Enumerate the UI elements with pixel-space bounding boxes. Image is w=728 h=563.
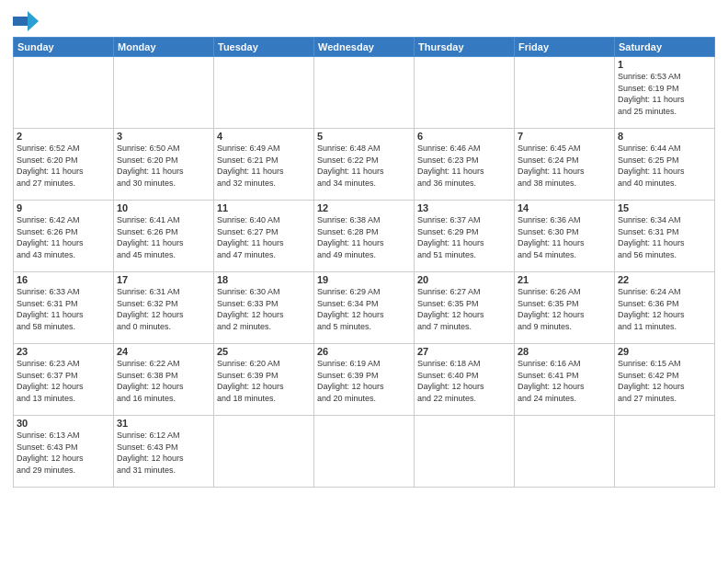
day-info: Sunrise: 6:34 AM Sunset: 6:31 PM Dayligh…: [618, 214, 711, 260]
day-info: Sunrise: 6:19 AM Sunset: 6:39 PM Dayligh…: [317, 358, 411, 404]
day-info: Sunrise: 6:15 AM Sunset: 6:42 PM Dayligh…: [618, 358, 711, 404]
calendar-cell: 28Sunrise: 6:16 AM Sunset: 6:41 PM Dayli…: [515, 344, 615, 416]
day-info: Sunrise: 6:24 AM Sunset: 6:36 PM Dayligh…: [618, 286, 711, 332]
day-info: Sunrise: 6:46 AM Sunset: 6:23 PM Dayligh…: [417, 143, 511, 189]
day-number: 6: [417, 131, 511, 142]
day-info: Sunrise: 6:33 AM Sunset: 6:31 PM Dayligh…: [17, 286, 110, 332]
day-info: Sunrise: 6:31 AM Sunset: 6:32 PM Dayligh…: [117, 286, 210, 332]
calendar-cell: 17Sunrise: 6:31 AM Sunset: 6:32 PM Dayli…: [114, 272, 214, 344]
calendar-cell: 14Sunrise: 6:36 AM Sunset: 6:30 PM Dayli…: [515, 201, 615, 272]
day-number: 7: [518, 131, 611, 142]
day-info: Sunrise: 6:49 AM Sunset: 6:21 PM Dayligh…: [217, 143, 311, 189]
day-info: Sunrise: 6:48 AM Sunset: 6:22 PM Dayligh…: [317, 143, 411, 189]
calendar-cell: 13Sunrise: 6:37 AM Sunset: 6:29 PM Dayli…: [415, 201, 515, 272]
calendar-cell: 16Sunrise: 6:33 AM Sunset: 6:31 PM Dayli…: [14, 272, 114, 344]
weekday-header-saturday: Saturday: [615, 38, 715, 57]
svg-marker-1: [28, 11, 39, 31]
day-info: Sunrise: 6:18 AM Sunset: 6:40 PM Dayligh…: [417, 358, 511, 404]
day-info: Sunrise: 6:26 AM Sunset: 6:35 PM Dayligh…: [518, 286, 611, 332]
calendar-cell: 9Sunrise: 6:42 AM Sunset: 6:26 PM Daylig…: [14, 201, 114, 272]
weekday-header-tuesday: Tuesday: [214, 38, 314, 57]
calendar-cell: 12Sunrise: 6:38 AM Sunset: 6:28 PM Dayli…: [314, 201, 415, 272]
calendar-cell: 30Sunrise: 6:13 AM Sunset: 6:43 PM Dayli…: [14, 416, 114, 488]
calendar-cell: 10Sunrise: 6:41 AM Sunset: 6:26 PM Dayli…: [114, 201, 214, 272]
calendar-cell: 2Sunrise: 6:52 AM Sunset: 6:20 PM Daylig…: [14, 129, 114, 201]
calendar-cell: [515, 416, 615, 488]
weekday-header-friday: Friday: [515, 38, 615, 57]
calendar-cell: [415, 57, 515, 129]
day-info: Sunrise: 6:29 AM Sunset: 6:34 PM Dayligh…: [317, 286, 411, 332]
calendar-cell: 8Sunrise: 6:44 AM Sunset: 6:25 PM Daylig…: [615, 129, 715, 201]
day-info: Sunrise: 6:23 AM Sunset: 6:37 PM Dayligh…: [17, 358, 110, 404]
calendar-table: SundayMondayTuesdayWednesdayThursdayFrid…: [13, 37, 715, 488]
day-info: Sunrise: 6:38 AM Sunset: 6:28 PM Dayligh…: [317, 214, 411, 260]
day-info: Sunrise: 6:36 AM Sunset: 6:30 PM Dayligh…: [518, 214, 611, 260]
week-row-1: 2Sunrise: 6:52 AM Sunset: 6:20 PM Daylig…: [14, 129, 715, 201]
day-number: 8: [618, 131, 711, 142]
day-number: 23: [17, 346, 110, 357]
week-row-2: 9Sunrise: 6:42 AM Sunset: 6:26 PM Daylig…: [14, 201, 715, 272]
page: SundayMondayTuesdayWednesdayThursdayFrid…: [0, 0, 728, 563]
day-info: Sunrise: 6:16 AM Sunset: 6:41 PM Dayligh…: [518, 358, 611, 404]
day-number: 19: [317, 274, 411, 285]
weekday-header-wednesday: Wednesday: [314, 38, 415, 57]
calendar-cell: 24Sunrise: 6:22 AM Sunset: 6:38 PM Dayli…: [114, 344, 214, 416]
logo: [13, 11, 46, 31]
logo-icon: [13, 11, 39, 31]
day-info: Sunrise: 6:42 AM Sunset: 6:26 PM Dayligh…: [17, 214, 110, 260]
day-number: 17: [117, 274, 210, 285]
calendar-cell: [14, 57, 114, 129]
day-number: 4: [217, 131, 311, 142]
day-number: 26: [317, 346, 411, 357]
calendar-cell: [615, 416, 715, 488]
day-info: Sunrise: 6:44 AM Sunset: 6:25 PM Dayligh…: [618, 143, 711, 189]
day-number: 28: [518, 346, 611, 357]
day-info: Sunrise: 6:50 AM Sunset: 6:20 PM Dayligh…: [117, 143, 210, 189]
calendar-cell: 7Sunrise: 6:45 AM Sunset: 6:24 PM Daylig…: [515, 129, 615, 201]
calendar-cell: [415, 416, 515, 488]
day-info: Sunrise: 6:40 AM Sunset: 6:27 PM Dayligh…: [217, 214, 311, 260]
day-info: Sunrise: 6:37 AM Sunset: 6:29 PM Dayligh…: [417, 214, 511, 260]
calendar-cell: 11Sunrise: 6:40 AM Sunset: 6:27 PM Dayli…: [214, 201, 314, 272]
calendar-cell: 23Sunrise: 6:23 AM Sunset: 6:37 PM Dayli…: [14, 344, 114, 416]
calendar-cell: 31Sunrise: 6:12 AM Sunset: 6:43 PM Dayli…: [114, 416, 214, 488]
svg-rect-0: [13, 17, 28, 26]
calendar-cell: 19Sunrise: 6:29 AM Sunset: 6:34 PM Dayli…: [314, 272, 415, 344]
calendar-cell: 4Sunrise: 6:49 AM Sunset: 6:21 PM Daylig…: [214, 129, 314, 201]
calendar-cell: [515, 57, 615, 129]
calendar-cell: 27Sunrise: 6:18 AM Sunset: 6:40 PM Dayli…: [415, 344, 515, 416]
day-info: Sunrise: 6:27 AM Sunset: 6:35 PM Dayligh…: [417, 286, 511, 332]
day-number: 30: [17, 418, 110, 429]
day-info: Sunrise: 6:20 AM Sunset: 6:39 PM Dayligh…: [217, 358, 311, 404]
day-info: Sunrise: 6:53 AM Sunset: 6:19 PM Dayligh…: [618, 71, 711, 117]
calendar-cell: 29Sunrise: 6:15 AM Sunset: 6:42 PM Dayli…: [615, 344, 715, 416]
week-row-4: 23Sunrise: 6:23 AM Sunset: 6:37 PM Dayli…: [14, 344, 715, 416]
week-row-3: 16Sunrise: 6:33 AM Sunset: 6:31 PM Dayli…: [14, 272, 715, 344]
weekday-header-sunday: Sunday: [14, 38, 114, 57]
calendar-cell: 20Sunrise: 6:27 AM Sunset: 6:35 PM Dayli…: [415, 272, 515, 344]
calendar-cell: [214, 416, 314, 488]
day-number: 31: [117, 418, 210, 429]
day-number: 15: [618, 202, 711, 213]
day-number: 16: [17, 274, 110, 285]
calendar-cell: 22Sunrise: 6:24 AM Sunset: 6:36 PM Dayli…: [615, 272, 715, 344]
calendar-cell: 25Sunrise: 6:20 AM Sunset: 6:39 PM Dayli…: [214, 344, 314, 416]
calendar-cell: 26Sunrise: 6:19 AM Sunset: 6:39 PM Dayli…: [314, 344, 415, 416]
weekday-header-row: SundayMondayTuesdayWednesdayThursdayFrid…: [14, 38, 715, 57]
calendar-cell: 15Sunrise: 6:34 AM Sunset: 6:31 PM Dayli…: [615, 201, 715, 272]
day-number: 18: [217, 274, 311, 285]
day-number: 20: [417, 274, 511, 285]
calendar-cell: [114, 57, 214, 129]
day-number: 27: [417, 346, 511, 357]
calendar-cell: 6Sunrise: 6:46 AM Sunset: 6:23 PM Daylig…: [415, 129, 515, 201]
day-number: 10: [117, 202, 210, 213]
calendar-cell: 3Sunrise: 6:50 AM Sunset: 6:20 PM Daylig…: [114, 129, 214, 201]
day-info: Sunrise: 6:22 AM Sunset: 6:38 PM Dayligh…: [117, 358, 210, 404]
day-number: 9: [17, 202, 110, 213]
calendar-cell: [214, 57, 314, 129]
day-number: 21: [518, 274, 611, 285]
day-number: 11: [217, 202, 311, 213]
day-info: Sunrise: 6:30 AM Sunset: 6:33 PM Dayligh…: [217, 286, 311, 332]
day-number: 25: [217, 346, 311, 357]
day-number: 29: [618, 346, 711, 357]
